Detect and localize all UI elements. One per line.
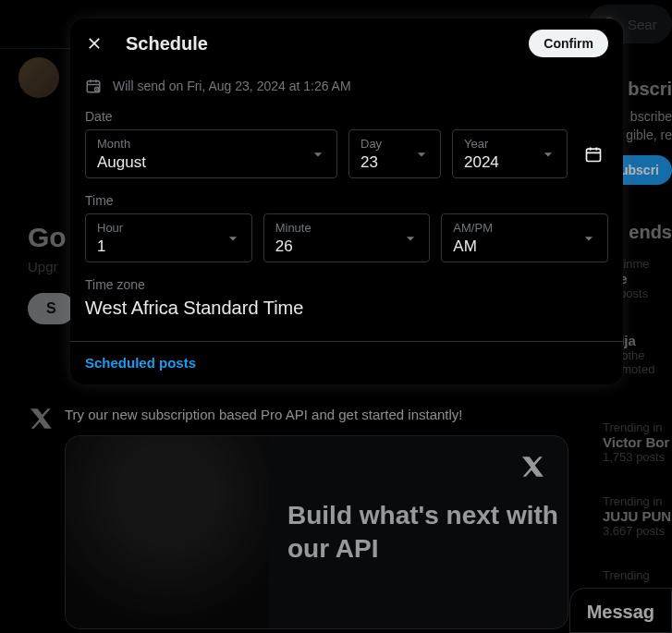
schedule-modal: Schedule Confirm Will send on Fri, Aug 2…	[70, 18, 623, 384]
subscribe-line1: bscribe	[630, 109, 672, 124]
confirm-button[interactable]: Confirm	[529, 30, 608, 57]
api-card[interactable]: Build what's next with our API	[65, 435, 568, 629]
schedule-info: Will send on Fri, Aug 23, 2024 at 1:26 A…	[85, 78, 608, 94]
avatar[interactable]	[18, 57, 59, 98]
trend-item[interactable]: Trending in Victor Bor 1,753 posts	[603, 420, 672, 464]
timezone-value: West Africa Standard Time	[85, 298, 608, 319]
time-label: Time	[85, 193, 608, 208]
chevron-down-icon	[539, 145, 557, 164]
messages-drawer[interactable]: Messag	[569, 588, 672, 633]
trends-header: ends	[629, 222, 672, 243]
year-select[interactable]: Year 2024	[452, 129, 568, 178]
hour-select[interactable]: Hour 1	[85, 213, 252, 262]
close-icon	[85, 34, 104, 53]
upgrade-button[interactable]: S	[28, 293, 75, 324]
close-button[interactable]	[85, 34, 104, 53]
chevron-down-icon	[224, 229, 242, 248]
date-label: Date	[85, 109, 608, 124]
trend-item[interactable]: Trending in JUJU PUN 3,667 posts	[603, 494, 672, 538]
chevron-down-icon	[309, 145, 327, 164]
chevron-down-icon	[412, 145, 431, 164]
calendar-button[interactable]	[579, 140, 608, 169]
x-logo-icon	[30, 407, 54, 431]
search-placeholder: Sear	[628, 17, 657, 32]
calendar-schedule-icon	[85, 78, 102, 94]
promo-image	[66, 436, 269, 628]
chevron-down-icon	[580, 229, 598, 248]
scheduled-posts-link[interactable]: Scheduled posts	[85, 355, 196, 371]
api-promo: Try our new subscription based Pro API a…	[65, 407, 568, 629]
day-select[interactable]: Day 23	[348, 129, 441, 178]
timezone-label: Time zone	[85, 277, 608, 292]
minute-select[interactable]: Minute 26	[263, 213, 431, 262]
subscribe-title: bscri	[628, 79, 672, 100]
subscribe-line2: gible, re	[626, 128, 672, 142]
x-logo-icon	[521, 455, 545, 479]
modal-title: Schedule	[126, 33, 507, 55]
month-select[interactable]: Month August	[85, 129, 337, 178]
upgrade-promo: Go Upgr S	[28, 222, 75, 324]
chevron-down-icon	[401, 229, 420, 248]
trend-item[interactable]: Trending	[603, 568, 672, 582]
ampm-select[interactable]: AM/PM AM	[441, 213, 608, 262]
calendar-icon	[584, 145, 603, 164]
svg-rect-2	[587, 149, 601, 161]
